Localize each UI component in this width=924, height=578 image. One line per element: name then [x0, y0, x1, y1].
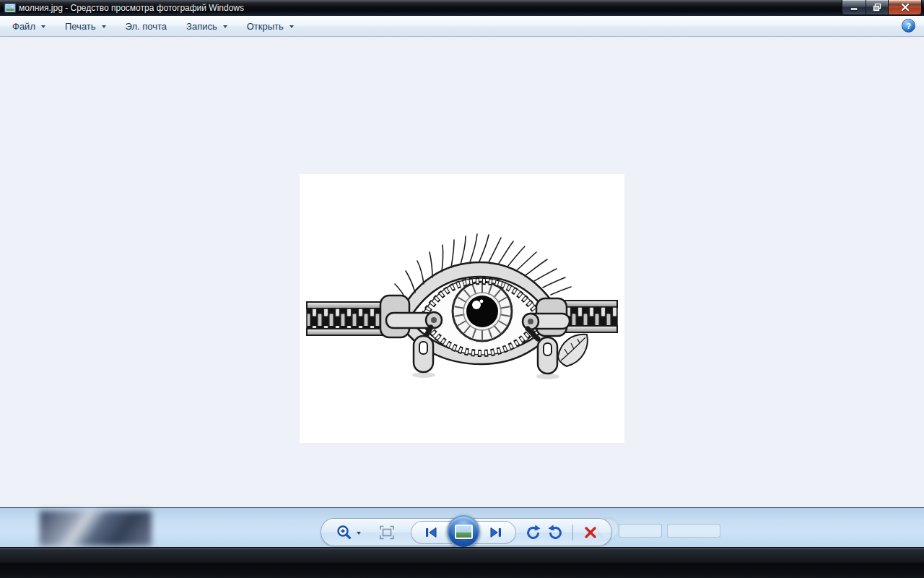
taskbar: e	[0, 547, 924, 578]
toolbar-divider	[572, 525, 573, 540]
actual-size-button[interactable]	[375, 523, 399, 541]
app-window-icon	[4, 2, 16, 14]
close-button[interactable]	[889, 0, 921, 14]
chevron-down-icon	[102, 25, 106, 28]
close-icon	[901, 3, 910, 12]
menu-item-burn-label: Запись	[186, 21, 217, 32]
previous-icon	[422, 525, 440, 540]
blurred-background-window	[40, 511, 152, 546]
menu-item-email-label: Эл. почта	[126, 21, 167, 32]
fit-frame-icon	[379, 525, 395, 540]
slideshow-button[interactable]	[447, 515, 480, 548]
rotate-clockwise-icon	[547, 524, 565, 541]
menu-item-email[interactable]: Эл. почта	[119, 19, 174, 34]
menu-item-open-label: Открыть	[247, 21, 284, 32]
menu-item-burn[interactable]: Запись	[180, 19, 234, 34]
chevron-down-icon	[289, 25, 294, 28]
blurred-background-button	[667, 524, 720, 538]
help-icon: ?	[906, 22, 911, 30]
next-button[interactable]	[481, 523, 511, 542]
viewer-content-area	[0, 37, 924, 507]
menu-bar: Файл Печать Эл. почта Запись Открыть ?	[0, 16, 924, 37]
title-bar: молния.jpg - Средство просмотра фотограф…	[0, 0, 924, 17]
rotate-clockwise-button[interactable]	[544, 522, 568, 542]
viewer-bottom-glass	[0, 507, 924, 548]
magnifier-plus-icon	[336, 524, 354, 541]
rotate-counterclockwise-icon	[524, 524, 541, 541]
minimize-button[interactable]	[842, 0, 866, 14]
rotate-counterclockwise-button[interactable]	[520, 522, 545, 542]
restore-button[interactable]	[866, 0, 889, 14]
desktop-screen: молния.jpg - Средство просмотра фотограф…	[0, 0, 924, 578]
zoom-button[interactable]	[331, 522, 365, 542]
zipper-band-left	[307, 302, 389, 335]
minimize-icon	[850, 4, 858, 11]
iris	[453, 282, 512, 341]
delete-button[interactable]	[578, 522, 603, 542]
previous-button[interactable]	[416, 523, 446, 542]
next-icon	[487, 525, 505, 540]
menu-item-open[interactable]: Открыть	[240, 19, 300, 34]
menu-item-file[interactable]: Файл	[6, 19, 52, 34]
chevron-down-icon	[41, 25, 45, 28]
slideshow-icon	[455, 525, 473, 539]
menu-item-print-label: Печать	[65, 21, 96, 32]
window-title: молния.jpg - Средство просмотра фотограф…	[19, 3, 244, 13]
chevron-down-icon	[223, 25, 227, 28]
zipper-band-right	[564, 301, 617, 332]
displayed-image	[300, 174, 624, 443]
caption-buttons	[842, 0, 922, 15]
delete-x-icon	[583, 525, 598, 540]
help-button[interactable]: ?	[902, 19, 915, 33]
menu-item-file-label: Файл	[12, 21, 35, 32]
chevron-down-icon	[357, 532, 361, 535]
blurred-background-button	[619, 524, 662, 538]
viewer-toolbar	[321, 518, 612, 546]
restore-icon	[873, 3, 881, 12]
zipper-eye-drawing	[300, 174, 624, 443]
menu-item-print[interactable]: Печать	[58, 19, 113, 34]
